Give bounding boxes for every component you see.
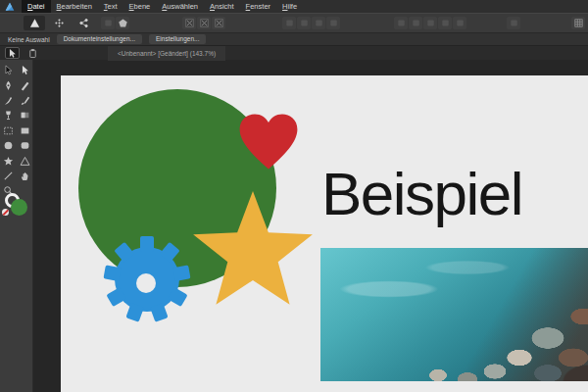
heart-shape[interactable] <box>234 109 303 177</box>
node-tool[interactable] <box>18 64 32 77</box>
vector-brush-tool[interactable] <box>1 93 16 107</box>
toolbar-group <box>182 17 225 29</box>
affinity-logo-icon <box>5 2 15 12</box>
tab-bar: <Unbenannt> [Geändert] (143.7%) <box>0 45 588 60</box>
menu-items: DateiBearbeitenTextEbeneAuswählenAnsicht… <box>22 0 303 13</box>
toolbar-group <box>282 17 340 29</box>
move-forward-icon[interactable] <box>297 17 311 29</box>
toolbar-group <box>101 17 129 29</box>
transform-mode-icon[interactable] <box>507 17 520 29</box>
snapping-toggle-icon[interactable] <box>197 17 211 29</box>
marquee-tool[interactable] <box>1 123 16 137</box>
main-toolbar <box>0 13 588 32</box>
view-tool[interactable] <box>18 169 32 182</box>
color-wells <box>0 193 33 224</box>
triangle-tool[interactable] <box>18 154 32 168</box>
export-persona-button[interactable] <box>73 16 94 30</box>
line-tool[interactable] <box>1 169 16 182</box>
fill-color-well[interactable] <box>11 199 27 216</box>
document-settings-button[interactable]: Dokumenteinstellungen... <box>57 34 142 45</box>
snap-candidates-icon[interactable] <box>182 17 196 29</box>
heading-text-object[interactable]: Beispiel <box>321 164 522 224</box>
menu-datei[interactable]: Datei <box>22 0 51 13</box>
move-backward-icon[interactable] <box>312 17 325 29</box>
pen-tool[interactable] <box>1 78 16 92</box>
fill-tool[interactable] <box>1 109 16 122</box>
artboard[interactable]: Beispiel <box>61 75 588 392</box>
no-stroke-indicator <box>2 209 9 216</box>
insert-geometry-icon[interactable] <box>116 17 129 29</box>
toolbar-group <box>507 17 520 29</box>
rectangle-tool[interactable] <box>18 123 32 137</box>
persona-switcher <box>24 16 94 30</box>
clipboard-button[interactable] <box>25 47 40 59</box>
rounded-rectangle-tool[interactable] <box>18 139 32 153</box>
align-right-icon[interactable] <box>423 17 437 29</box>
cursor-tool-button[interactable] <box>5 47 20 59</box>
designer-persona-button[interactable] <box>24 16 45 30</box>
menu-auswahlen[interactable]: Auswählen <box>156 0 204 13</box>
document-tab-title: <Unbenannt> [Geändert] (143.7%) <box>118 50 216 57</box>
document-tab[interactable]: <Unbenannt> [Geändert] (143.7%) <box>108 46 225 61</box>
toolbar-group <box>571 17 585 29</box>
application-window: DateiBearbeitenTextEbeneAuswählenAnsicht… <box>0 0 588 392</box>
move-to-back-icon[interactable] <box>326 17 340 29</box>
toolbar-group <box>394 17 466 29</box>
context-toolbar: Keine Auswahl Dokumenteinstellungen... E… <box>0 32 588 45</box>
menu-fenster[interactable]: Fenster <box>240 0 276 13</box>
star-tool[interactable] <box>1 154 16 168</box>
tools-panel <box>0 60 33 392</box>
transparency-tool[interactable] <box>18 109 32 122</box>
align-bottom-icon[interactable] <box>453 17 466 29</box>
move-tool[interactable] <box>1 64 16 77</box>
move-to-front-icon[interactable] <box>282 17 296 29</box>
tools-grid <box>0 60 32 199</box>
pebbles-water-photo[interactable] <box>320 248 588 381</box>
menu-hilfe[interactable]: Hilfe <box>276 0 303 13</box>
star-shape[interactable] <box>189 190 317 318</box>
menu-bearbeiten[interactable]: Bearbeiten <box>51 0 98 13</box>
ellipse-tool[interactable] <box>1 139 16 153</box>
pixel-snap-icon[interactable] <box>212 17 225 29</box>
menu-bar: DateiBearbeitenTextEbeneAuswählenAnsicht… <box>0 0 588 13</box>
pixel-persona-button[interactable] <box>48 16 70 30</box>
align-top-icon[interactable] <box>438 17 452 29</box>
pencil-tool[interactable] <box>18 78 32 92</box>
menu-ansicht[interactable]: Ansicht <box>204 0 240 13</box>
designer-persona-icon <box>29 18 40 28</box>
place-icon[interactable] <box>101 17 115 29</box>
preferences-button[interactable]: Einstellungen... <box>149 34 206 45</box>
paint-brush-tool[interactable] <box>18 93 32 107</box>
menu-ebene[interactable]: Ebene <box>123 0 157 13</box>
assets-grid-icon[interactable] <box>571 17 585 29</box>
align-center-icon[interactable] <box>409 17 422 29</box>
selection-status: Keine Auswahl <box>8 36 50 43</box>
menu-text[interactable]: Text <box>98 0 123 13</box>
pixel-persona-icon <box>54 18 65 28</box>
align-left-icon[interactable] <box>394 17 408 29</box>
gear-shape[interactable] <box>103 235 191 323</box>
export-persona-icon <box>78 18 89 28</box>
